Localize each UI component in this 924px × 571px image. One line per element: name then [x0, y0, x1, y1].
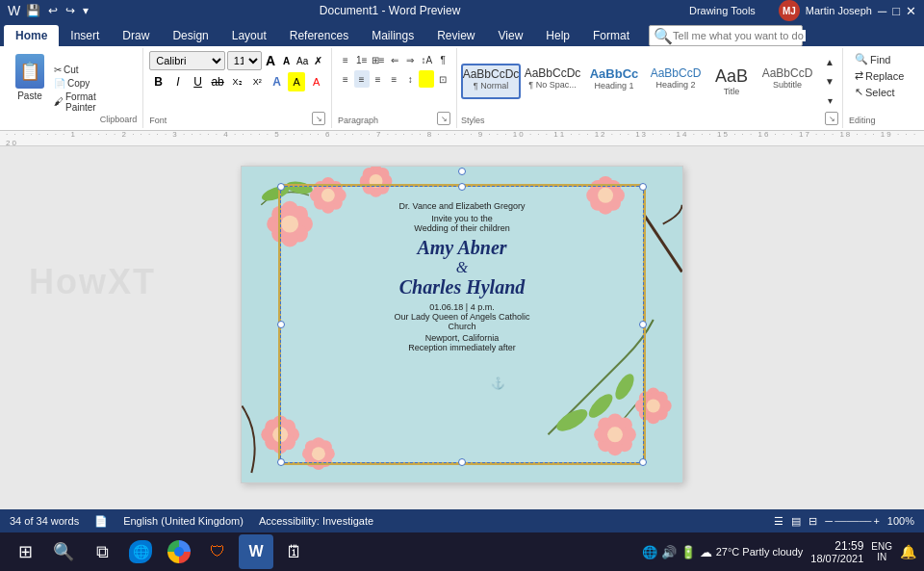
- cut-button[interactable]: ✂ Cut: [50, 64, 100, 76]
- bullets-btn[interactable]: ≡: [338, 51, 353, 68]
- search-input[interactable]: [673, 30, 806, 41]
- subscript-btn[interactable]: X₂: [228, 72, 246, 91]
- tab-review[interactable]: Review: [425, 25, 486, 46]
- search-box[interactable]: 🔍: [649, 25, 803, 46]
- view-page-btn[interactable]: ▤: [791, 515, 801, 528]
- taskbar-calendar[interactable]: 🗓: [277, 534, 312, 569]
- tab-layout[interactable]: Layout: [220, 25, 278, 46]
- bold-btn[interactable]: B: [149, 72, 167, 91]
- font-color-btn[interactable]: A: [307, 72, 325, 91]
- battery-icon[interactable]: 🔋: [680, 545, 696, 559]
- align-right-btn[interactable]: ≡: [371, 70, 386, 88]
- show-hide-btn[interactable]: ¶: [435, 51, 450, 68]
- font-expand-btn[interactable]: ↘: [312, 112, 325, 125]
- border-btn[interactable]: ⊡: [435, 70, 450, 88]
- close-btn[interactable]: ✕: [906, 4, 916, 18]
- tab-references[interactable]: References: [278, 25, 360, 46]
- style-heading2-label: Heading 2: [655, 80, 695, 90]
- restore-btn[interactable]: □: [892, 4, 900, 18]
- taskbar-citrix[interactable]: 🛡: [200, 534, 235, 569]
- style-title[interactable]: AaB Title: [707, 64, 756, 99]
- clipboard-sub-buttons: ✂ Cut 📄 Copy 🖌 Format Painter: [50, 52, 100, 124]
- justify-btn[interactable]: ≡: [387, 70, 402, 88]
- quick-access-toolbar: W 💾 ↩ ↪ ▾ Document1 - Word Preview Drawi…: [0, 0, 924, 21]
- qat-redo[interactable]: ↪: [64, 3, 77, 18]
- tab-draw[interactable]: Draw: [111, 25, 161, 46]
- qat-undo[interactable]: ↩: [46, 3, 60, 18]
- taskbar-word[interactable]: W: [239, 534, 273, 569]
- font-group-label: Font: [149, 116, 167, 125]
- sort-btn[interactable]: ↕A: [419, 51, 434, 68]
- search-button[interactable]: 🔍: [46, 534, 81, 569]
- copy-button[interactable]: 📄 Copy: [50, 77, 100, 90]
- task-view-button[interactable]: ⧉: [85, 534, 119, 569]
- style-title-label: Title: [724, 87, 740, 96]
- find-button[interactable]: 🔍 Find: [849, 51, 914, 67]
- highlight-btn[interactable]: A: [288, 72, 306, 91]
- grow-font-btn[interactable]: A: [264, 51, 278, 70]
- multilevel-btn[interactable]: ⊞≡: [371, 51, 386, 68]
- tab-insert[interactable]: Insert: [59, 25, 111, 46]
- styles-scroll-down[interactable]: ▼: [821, 73, 838, 91]
- clear-formatting-btn[interactable]: ✗: [311, 51, 325, 70]
- style-subtitle[interactable]: AaBbCcD Subtitle: [757, 64, 817, 99]
- ribbon: 📋 Paste ✂ Cut 📄 Copy 🖌 Format Painter Cl…: [0, 46, 924, 131]
- minimize-btn[interactable]: ─: [878, 4, 886, 18]
- style-no-spacing[interactable]: AaBbCcDc ¶ No Spac...: [523, 64, 582, 99]
- taskbar-edge[interactable]: 🌐: [123, 534, 158, 569]
- style-heading2[interactable]: AaBbCcD Heading 2: [646, 64, 706, 99]
- notification-icon[interactable]: 🔔: [900, 544, 916, 559]
- superscript-btn[interactable]: X²: [248, 72, 267, 91]
- paragraph-expand-btn[interactable]: ↘: [437, 112, 450, 125]
- align-center-btn[interactable]: ≡: [354, 70, 370, 88]
- strikethrough-btn[interactable]: ab: [209, 72, 227, 91]
- paste-button[interactable]: 📋 Paste: [10, 52, 50, 124]
- accessibility[interactable]: Accessibility: Investigate: [259, 515, 373, 527]
- view-normal-btn[interactable]: ☰: [774, 515, 783, 528]
- tab-design[interactable]: Design: [161, 25, 219, 46]
- document-page: ⚓ Dr. Vance and Elizabeth Gregory Invite…: [241, 166, 683, 483]
- date: 18/07/2021: [810, 553, 863, 564]
- underline-btn[interactable]: U: [189, 72, 207, 91]
- qat-save[interactable]: 💾: [24, 3, 42, 18]
- tab-format[interactable]: Format: [581, 25, 641, 46]
- language[interactable]: English (United Kingdom): [123, 515, 244, 527]
- decrease-indent-btn[interactable]: ⇐: [387, 51, 402, 68]
- view-web-btn[interactable]: ⊟: [808, 515, 817, 528]
- align-left-btn[interactable]: ≡: [338, 70, 353, 88]
- replace-button[interactable]: ⇄ Replace: [849, 67, 914, 84]
- styles-more[interactable]: ▾: [821, 92, 838, 110]
- inv-reception: Reception immediately after: [408, 343, 516, 352]
- font-name-select[interactable]: Calibri: [149, 51, 225, 70]
- qat-customize[interactable]: ▾: [81, 3, 90, 18]
- select-button[interactable]: ↖ Select: [849, 84, 914, 100]
- format-painter-button[interactable]: 🖌 Format Painter: [50, 91, 100, 114]
- network-icon[interactable]: 🌐: [642, 545, 657, 559]
- locale[interactable]: ENG IN: [871, 541, 892, 562]
- change-case-btn[interactable]: Aa: [295, 51, 310, 70]
- taskbar-chrome[interactable]: [162, 534, 196, 569]
- numbering-btn[interactable]: 1≡: [354, 51, 370, 68]
- shrink-font-btn[interactable]: A: [279, 51, 294, 70]
- speaker-icon[interactable]: 🔊: [661, 545, 677, 559]
- tab-home[interactable]: Home: [4, 25, 59, 46]
- increase-indent-btn[interactable]: ⇒: [402, 51, 418, 68]
- line-spacing-btn[interactable]: ↕: [402, 70, 418, 88]
- italic-btn[interactable]: I: [169, 72, 188, 91]
- font-size-select[interactable]: 11: [227, 51, 262, 70]
- styles-expand-btn[interactable]: ↘: [825, 112, 838, 125]
- style-heading1[interactable]: AaBbCc Heading 1: [584, 64, 644, 99]
- document-area: HowXT: [0, 146, 924, 527]
- shading-btn[interactable]: [419, 70, 434, 88]
- zoom-slider[interactable]: ───────+: [825, 515, 880, 527]
- styles-scroll-up[interactable]: ▲: [821, 54, 838, 71]
- inv-name2: Charles Hyland: [399, 276, 526, 298]
- tab-view[interactable]: View: [487, 25, 535, 46]
- style-normal[interactable]: AaBbCcDc ¶ Normal: [461, 64, 521, 99]
- tab-mailings[interactable]: Mailings: [360, 25, 425, 46]
- styles-group-label: Styles: [461, 116, 485, 125]
- text-effects-btn[interactable]: A: [268, 72, 286, 91]
- start-button[interactable]: ⊞: [8, 534, 42, 569]
- tab-help[interactable]: Help: [534, 25, 581, 46]
- word-icon: W: [8, 3, 20, 18]
